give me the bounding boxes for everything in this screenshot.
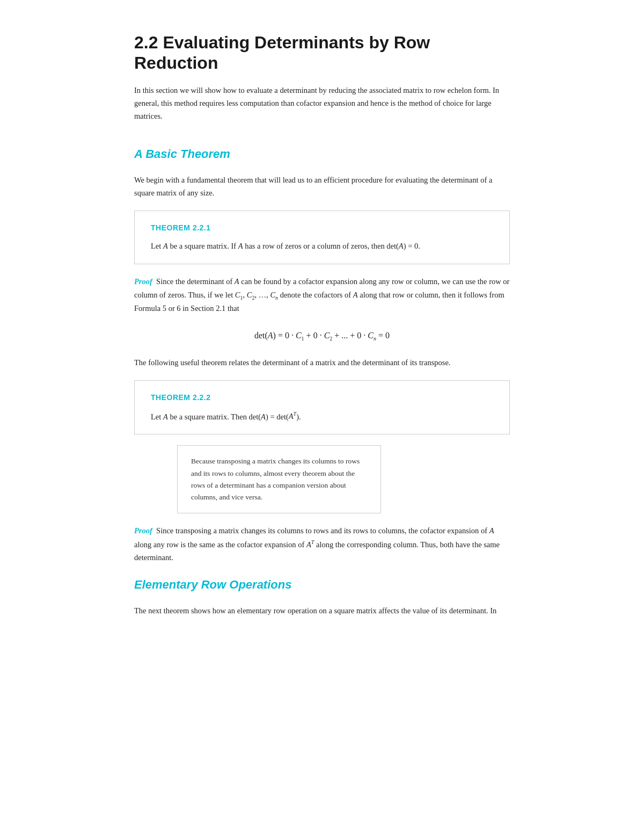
section1-heading-text: A Basic Theorem — [134, 147, 230, 161]
theorem-2-2-2-box: THEOREM 2.2.2 Let A be a square matrix. … — [134, 380, 510, 434]
theorem-2-2-1-content: Let A be a square matrix. If A has a row… — [151, 240, 493, 253]
follow-text: The following useful theorem relates the… — [134, 357, 510, 369]
proof-2-label: Proof — [134, 526, 152, 535]
theorem-2-2-1-box: THEOREM 2.2.1 Let A be a square matrix. … — [134, 211, 510, 264]
formula-1: det(A) = 0 · C1 + 0 · C2 + ... + 0 · Cn … — [134, 329, 510, 343]
proof-1-label: Proof — [134, 277, 152, 286]
section2-intro: The next theorem shows how an elementary… — [134, 605, 510, 618]
theorem-2-2-2-content: Let A be a square matrix. Then det(A) = … — [151, 410, 493, 424]
intro-paragraph: In this section we will show how to eval… — [134, 84, 510, 123]
note-text: Because transposing a matrix changes its… — [191, 457, 360, 501]
section1-heading: A Basic Theorem — [134, 144, 510, 163]
theorem-2-2-1-title: THEOREM 2.2.1 — [151, 222, 493, 234]
proof-1-block: Proof Since the determinant of A can be … — [134, 275, 510, 315]
proof-2-block: Proof Since transposing a matrix changes… — [134, 524, 510, 564]
page-container: 2.2 Evaluating Determinants by Row Reduc… — [91, 0, 553, 661]
section2-heading-text: Elementary Row Operations — [134, 578, 291, 591]
section2-heading: Elementary Row Operations — [134, 575, 510, 594]
theorem-2-2-2-title: THEOREM 2.2.2 — [151, 391, 493, 403]
chapter-title: 2.2 Evaluating Determinants by Row Reduc… — [134, 32, 510, 74]
section1-intro: We begin with a fundamental theorem that… — [134, 174, 510, 200]
note-box: Because transposing a matrix changes its… — [177, 445, 381, 513]
